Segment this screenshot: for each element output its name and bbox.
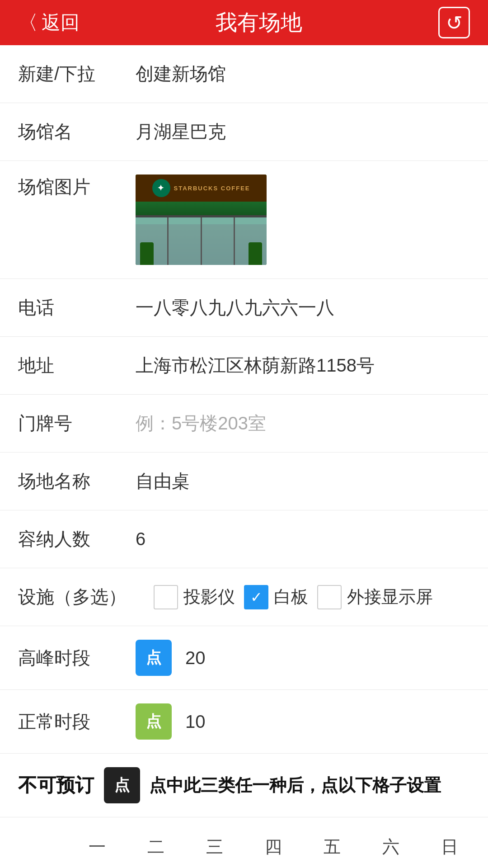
facility-projector: 投影仪: [154, 585, 235, 609]
app-header: 〈 返回 我有场地 ↺: [0, 0, 488, 45]
whiteboard-label: 白板: [274, 585, 308, 609]
awning: [136, 202, 267, 215]
venue-image[interactable]: ✦ STARBUCKS COFFEE: [136, 175, 267, 265]
phone-value[interactable]: 一八零八九八九六六一八: [136, 295, 470, 320]
normal-time-label: 正常时段: [18, 709, 108, 734]
schedule-container: 一 二 三 四 五 六 日 8:00-9:00 9:00-10:00: [0, 817, 488, 868]
door-number-row: 门牌号 例：5号楼203室: [0, 395, 488, 453]
normal-time-button[interactable]: 点: [136, 703, 172, 740]
back-button[interactable]: 〈 返回: [18, 9, 80, 36]
day-header-fri: 五: [303, 831, 361, 863]
door-number-label: 门牌号: [18, 411, 108, 436]
address-label: 地址: [18, 353, 108, 378]
plant-left: [140, 242, 154, 265]
day-header-tue: 二: [127, 831, 185, 863]
external-display-checkbox[interactable]: [317, 585, 342, 609]
starbucks-text: STARBUCKS COFFEE: [174, 185, 250, 192]
unavailable-button[interactable]: 点: [104, 767, 140, 803]
chevron-left-icon: 〈: [18, 9, 38, 36]
capacity-label: 容纳人数: [18, 527, 108, 552]
venue-name-value[interactable]: 月湖星巴克: [136, 119, 470, 144]
projector-checkbox[interactable]: [154, 585, 178, 609]
whiteboard-checkbox[interactable]: ✓: [244, 585, 268, 609]
form-container: 新建/下拉 创建新场馆 场馆名 月湖星巴克 场馆图片 ✦ STARBUCKS C…: [0, 45, 488, 817]
day-header-thu: 四: [244, 831, 303, 863]
starbucks-logo-icon: ✦: [152, 179, 170, 197]
day-header-wed: 三: [185, 831, 244, 863]
projector-label: 投影仪: [183, 585, 235, 609]
peak-time-label: 高峰时段: [18, 646, 108, 670]
space-name-row: 场地名称 自由桌: [0, 453, 488, 510]
new-dropdown-value[interactable]: 创建新场馆: [136, 61, 470, 86]
facilities-row: 设施（多选） 投影仪 ✓ 白板 外接显示屏: [0, 568, 488, 626]
normal-time-value[interactable]: 10: [185, 712, 206, 732]
venue-name-label: 场馆名: [18, 119, 108, 144]
storefront-glass: [136, 215, 267, 265]
starbucks-sign: ✦ STARBUCKS COFFEE: [136, 175, 267, 202]
external-display-label: 外接显示屏: [347, 585, 433, 609]
new-dropdown-label: 新建/下拉: [18, 61, 108, 86]
page-title: 我有场地: [216, 8, 302, 37]
capacity-row: 容纳人数 6: [0, 510, 488, 568]
refresh-icon[interactable]: ↺: [438, 7, 470, 38]
peak-time-button[interactable]: 点: [136, 640, 172, 676]
address-row: 地址 上海市松江区林荫新路1158号: [0, 337, 488, 395]
schedule-day-headers: 一 二 三 四 五 六 日: [68, 831, 479, 863]
facilities-options: 投影仪 ✓ 白板 外接显示屏: [154, 585, 433, 609]
back-label: 返回: [42, 10, 80, 35]
facility-whiteboard: ✓ 白板: [244, 585, 308, 609]
space-name-value[interactable]: 自由桌: [136, 469, 470, 494]
phone-row: 电话 一八零八九八九六六一八: [0, 279, 488, 337]
address-value[interactable]: 上海市松江区林荫新路1158号: [136, 353, 470, 378]
starbucks-image: ✦ STARBUCKS COFFEE: [136, 175, 267, 265]
peak-time-row: 高峰时段 点 20: [0, 626, 488, 690]
space-name-label: 场地名称: [18, 469, 108, 494]
plant-right: [249, 242, 262, 265]
unavailable-desc: 点中此三类任一种后，点以下格子设置: [149, 774, 470, 797]
unavailable-row: 不可预订 点 点中此三类任一种后，点以下格子设置: [0, 754, 488, 817]
day-header-mon: 一: [68, 831, 127, 863]
facility-external-display: 外接显示屏: [317, 585, 433, 609]
peak-time-value[interactable]: 20: [185, 648, 206, 668]
venue-image-row: 场馆图片 ✦ STARBUCKS COFFEE: [0, 161, 488, 279]
capacity-value[interactable]: 6: [136, 529, 470, 549]
venue-name-row: 场馆名 月湖星巴克: [0, 103, 488, 161]
normal-time-row: 正常时段 点 10: [0, 690, 488, 754]
facilities-label: 设施（多选）: [18, 585, 127, 609]
day-header-sat: 六: [361, 831, 420, 863]
door-number-placeholder[interactable]: 例：5号楼203室: [136, 411, 470, 436]
phone-label: 电话: [18, 295, 108, 320]
venue-image-label: 场馆图片: [18, 175, 108, 199]
new-dropdown-row: 新建/下拉 创建新场馆: [0, 45, 488, 103]
unavailable-label: 不可预订: [18, 773, 95, 798]
day-header-sun: 日: [420, 831, 479, 863]
